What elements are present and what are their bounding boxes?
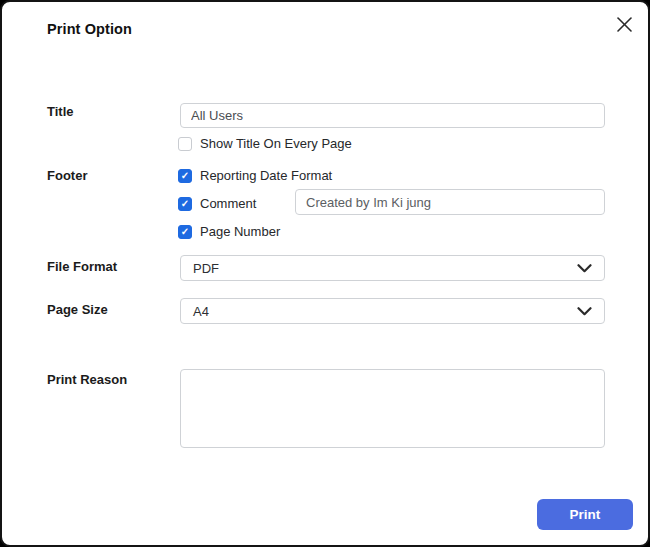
page-number-checkbox[interactable]: ✓ xyxy=(178,225,192,239)
reporting-date-format-checkbox-row[interactable]: ✓ Reporting Date Format xyxy=(178,168,332,183)
page-size-value: A4 xyxy=(193,304,209,319)
file-format-select[interactable]: PDF xyxy=(180,255,605,281)
reporting-date-format-label: Reporting Date Format xyxy=(200,168,332,183)
file-format-value: PDF xyxy=(193,261,219,276)
show-title-checkbox[interactable]: ✓ xyxy=(178,137,192,151)
chevron-down-icon xyxy=(577,264,592,273)
chevron-down-icon xyxy=(577,307,592,316)
dialog-title: Print Option xyxy=(47,21,132,37)
print-option-dialog: Print Option Title ✓ Show Title On Every… xyxy=(0,0,650,547)
page-number-label: Page Number xyxy=(200,224,280,239)
footer-label: Footer xyxy=(47,168,87,183)
page-number-checkbox-row[interactable]: ✓ Page Number xyxy=(178,224,280,239)
print-reason-textarea[interactable] xyxy=(180,369,605,448)
comment-label: Comment xyxy=(200,196,256,211)
check-icon: ✓ xyxy=(181,227,189,237)
close-button[interactable] xyxy=(612,14,636,38)
print-button[interactable]: Print xyxy=(537,499,633,530)
check-icon: ✓ xyxy=(181,199,189,209)
check-icon: ✓ xyxy=(181,139,189,149)
title-label: Title xyxy=(47,104,74,119)
comment-checkbox-row[interactable]: ✓ Comment xyxy=(178,196,256,211)
comment-input[interactable] xyxy=(295,189,605,215)
page-size-select[interactable]: A4 xyxy=(180,298,605,324)
file-format-label: File Format xyxy=(47,259,117,274)
show-title-checkbox-row[interactable]: ✓ Show Title On Every Page xyxy=(178,136,352,151)
page-size-label: Page Size xyxy=(47,302,108,317)
print-reason-label: Print Reason xyxy=(47,372,127,387)
show-title-checkbox-label: Show Title On Every Page xyxy=(200,136,352,151)
reporting-date-format-checkbox[interactable]: ✓ xyxy=(178,169,192,183)
comment-checkbox[interactable]: ✓ xyxy=(178,197,192,211)
title-input[interactable] xyxy=(180,103,605,128)
check-icon: ✓ xyxy=(181,171,189,181)
close-icon xyxy=(616,16,633,36)
